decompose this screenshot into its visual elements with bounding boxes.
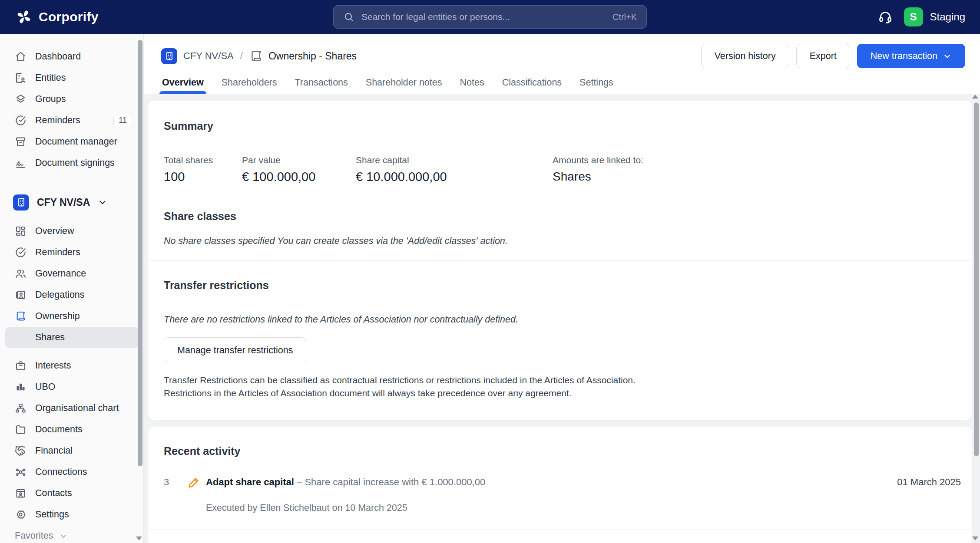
sidebar-item-groups[interactable]: Groups — [0, 89, 143, 110]
sidebar-item-entity-reminders[interactable]: Reminders — [0, 242, 143, 263]
scroll-icon — [249, 49, 263, 63]
section-divider — [148, 260, 972, 261]
activity-description: – Share capital increase with € 1.000.00… — [297, 477, 485, 487]
sidebar-item-delegations[interactable]: Delegations — [0, 284, 143, 306]
description-line: Transfer Restrictions can be classified … — [164, 374, 957, 387]
sidebar-item-contacts[interactable]: Contacts — [0, 483, 143, 504]
sidebar-item-entity-overview[interactable]: Overview — [0, 220, 143, 242]
activity-row[interactable]: 3 Adapt share capital – Share capital in… — [164, 476, 961, 513]
tab-transactions[interactable]: Transactions — [295, 77, 348, 94]
sidebar-item-dashboard[interactable]: Dashboard — [0, 46, 143, 67]
recent-activity-card: Recent activity 3 Adapt share capital – … — [148, 427, 972, 543]
sidebar-item-shares[interactable]: Shares — [5, 327, 139, 348]
sidebar-item-label: Overview — [35, 226, 74, 237]
barchart-icon — [15, 381, 26, 393]
sidebar-item-label: Organisational chart — [35, 403, 119, 414]
tab-notes[interactable]: Notes — [460, 77, 484, 94]
content-area: Summary Total shares 100 Par value € 100… — [144, 94, 980, 543]
sidebar-item-label: Document signings — [35, 158, 115, 168]
archive-icon — [15, 136, 26, 148]
sidebar-item-label: Reminders — [35, 247, 80, 258]
scroll-icon — [15, 310, 26, 322]
entity-avatar — [161, 48, 177, 64]
support-headset-icon[interactable] — [878, 10, 893, 24]
share-classes-title: Share classes — [164, 210, 957, 223]
activity-date: 01 March 2025 — [897, 476, 961, 488]
sidebar-scrollbar-thumb[interactable] — [138, 40, 142, 466]
transfer-restrictions-title: Transfer restrictions — [164, 279, 957, 292]
main-scrollbar-thumb[interactable] — [974, 102, 979, 456]
brand-name: Corporify — [39, 10, 99, 24]
sidebar-item-document-signings[interactable]: Document signings — [0, 152, 143, 174]
sidebar-item-interests[interactable]: Interests — [0, 355, 143, 376]
new-transaction-button[interactable]: New transaction — [857, 44, 965, 68]
global-search[interactable]: Ctrl+K — [333, 5, 647, 29]
orgchart-icon — [15, 402, 26, 414]
sidebar-item-ownership[interactable]: Ownership — [0, 306, 143, 327]
topbar: Corporify Ctrl+K S Staging — [0, 0, 980, 34]
activity-title: Adapt share capital – Share capital incr… — [206, 476, 861, 488]
tab-shareholder-notes[interactable]: Shareholder notes — [366, 77, 442, 94]
sidebar-item-ubo[interactable]: UBO — [0, 376, 143, 398]
sidebar-scroll-down-arrow[interactable] — [136, 536, 142, 540]
sidebar-item-label: Entities — [35, 72, 66, 83]
entity-name: CFY NV/SA — [37, 197, 90, 208]
briefcase-icon — [15, 360, 26, 372]
handshake-icon — [15, 445, 26, 457]
sidebar-item-governance[interactable]: Governance — [0, 263, 143, 284]
sidebar-entity-switcher[interactable]: CFY NV/SA — [0, 191, 143, 214]
share-classes-empty-text: No share classes specified You can creat… — [164, 236, 957, 247]
version-history-button[interactable]: Version history — [701, 44, 789, 68]
search-input[interactable] — [361, 12, 606, 22]
search-icon — [343, 11, 354, 23]
sidebar: Dashboard Entities Groups Reminders 11 D… — [0, 34, 144, 543]
sidebar-item-label: Delegations — [35, 290, 85, 300]
manage-transfer-restrictions-button[interactable]: Manage transfer restrictions — [164, 337, 306, 363]
export-button[interactable]: Export — [796, 44, 850, 68]
tab-shareholders[interactable]: Shareholders — [222, 77, 277, 94]
signature-icon — [15, 157, 26, 169]
gear-icon — [15, 509, 26, 520]
summary-title: Summary — [164, 120, 957, 132]
recent-activity-title: Recent activity — [164, 445, 961, 457]
transfer-restrictions-description: Transfer Restrictions can be classified … — [164, 374, 957, 400]
sidebar-item-entities[interactable]: Entities — [0, 67, 143, 89]
sidebar-item-financial[interactable]: Financial — [0, 440, 143, 461]
favorites-label: Favorites — [15, 530, 53, 541]
entity-avatar — [13, 194, 29, 211]
pencil-icon — [188, 476, 206, 490]
sidebar-item-settings[interactable]: Settings — [0, 504, 143, 525]
check-circle-icon — [15, 247, 26, 258]
tab-overview[interactable]: Overview — [162, 77, 204, 94]
transfer-restrictions-empty-text: There are no restrictions linked to the … — [164, 314, 957, 325]
tab-bar: Overview Shareholders Transactions Share… — [144, 69, 980, 94]
sidebar-item-organisational-chart[interactable]: Organisational chart — [0, 398, 143, 419]
sidebar-item-label: Settings — [35, 509, 69, 520]
linked-value: Shares — [553, 170, 643, 184]
search-shortcut: Ctrl+K — [612, 12, 637, 22]
stat-value-share-capital: € 10.000.000,00 — [356, 170, 553, 184]
sidebar-item-label: Shares — [5, 332, 65, 343]
page-header: CFY NV/SA / Ownership - Shares Version h… — [144, 34, 980, 94]
activity-divider — [148, 529, 972, 530]
environment-badge[interactable]: S Staging — [904, 7, 965, 26]
sidebar-item-document-manager[interactable]: Document manager — [0, 131, 143, 152]
brand-logo[interactable]: Corporify — [15, 8, 99, 26]
breadcrumb-entity-name: CFY NV/SA — [183, 50, 234, 62]
sidebar-item-label: UBO — [35, 382, 56, 392]
sidebar-favorites-toggle[interactable]: Favorites — [0, 525, 143, 543]
tab-settings[interactable]: Settings — [579, 77, 613, 94]
page-title: Ownership - Shares — [268, 50, 357, 62]
sidebar-item-documents[interactable]: Documents — [0, 419, 143, 440]
sidebar-item-connections[interactable]: Connections — [0, 461, 143, 483]
check-circle-icon — [15, 115, 26, 126]
main-scroll-up-arrow[interactable] — [972, 95, 978, 99]
breadcrumb-entity[interactable]: CFY NV/SA — [161, 48, 234, 64]
sidebar-item-label: Governance — [35, 268, 86, 279]
sidebar-item-reminders[interactable]: Reminders 11 — [0, 110, 143, 131]
stat-label: Total shares — [164, 155, 242, 165]
sidebar-item-label: Financial — [35, 445, 73, 456]
main-scroll-down-arrow[interactable] — [972, 536, 978, 540]
tab-classifications[interactable]: Classifications — [502, 77, 562, 94]
activity-executed-by: Executed by Ellen Stichelbaut on 10 Marc… — [206, 503, 861, 513]
